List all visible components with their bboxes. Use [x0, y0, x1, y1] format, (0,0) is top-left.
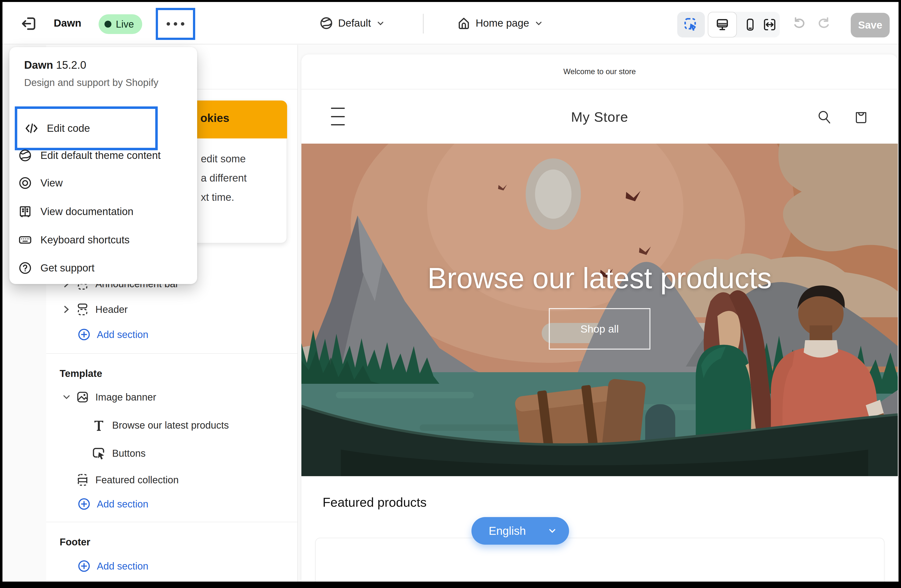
add-section-label: Add section — [97, 561, 148, 572]
theme-menu-title: Dawn 15.2.0 — [24, 59, 86, 71]
top-toolbar: Dawn Live Default Home page — [3, 2, 898, 44]
add-section-button-header[interactable]: Add section — [78, 325, 148, 344]
cookie-card-title: okies — [200, 111, 229, 124]
menu-item-label: Keyboard shortcuts — [41, 234, 129, 246]
sidebar-item-label: Header — [95, 304, 128, 315]
theme-actions-more-button[interactable] — [156, 8, 195, 40]
exit-icon — [21, 16, 37, 31]
sidebar-item-featured-collection[interactable]: Featured collection — [76, 470, 179, 490]
add-section-button-template[interactable]: Add section — [78, 494, 148, 514]
live-badge-label: Live — [116, 19, 134, 30]
page-selector-label: Home page — [475, 17, 529, 29]
section-icon — [76, 473, 89, 487]
menu-item-edit-default-theme-content[interactable]: Edit default theme content — [18, 145, 188, 166]
device-preview-segmented-control — [708, 12, 780, 37]
exit-editor-button[interactable] — [18, 13, 40, 34]
add-section-label: Add section — [97, 499, 148, 510]
view-selector-label: Default — [338, 17, 371, 29]
chevron-down-icon — [547, 526, 557, 536]
sidebar-item-header[interactable]: Header — [63, 299, 128, 320]
mobile-icon — [744, 18, 757, 31]
menu-item-label: View documentation — [41, 206, 133, 218]
sidebar-item-buttons[interactable]: Buttons — [92, 443, 146, 464]
sidebar-item-image-banner[interactable]: Image banner — [63, 387, 156, 408]
store-preview-panel: Welcome to our store My Store — [301, 54, 898, 582]
language-selector-button[interactable]: English — [471, 517, 569, 544]
store-title[interactable]: My Store — [301, 90, 898, 144]
hero-heading: Browse our latest products — [301, 261, 898, 295]
plus-circle-icon — [78, 498, 90, 510]
home-icon — [457, 16, 471, 30]
footer-group-heading: Footer — [60, 537, 90, 548]
fullscreen-preview-button[interactable] — [759, 12, 780, 37]
theme-version: 15.2.0 — [56, 59, 86, 71]
cookie-card-body: edit some a different xt time. — [201, 149, 247, 207]
plus-circle-icon — [78, 560, 90, 572]
sidebar-item-label: Buttons — [112, 448, 146, 459]
menu-item-label: View — [41, 177, 62, 189]
add-section-label: Add section — [97, 329, 148, 340]
code-icon — [25, 121, 39, 135]
globe-icon — [320, 16, 333, 30]
chevron-down-icon — [376, 19, 385, 28]
globe-icon — [18, 149, 32, 162]
theme-name: Dawn — [54, 2, 81, 44]
view-selector-dropdown[interactable]: Default — [320, 2, 385, 44]
screenshot-root: Dawn Live Default Home page — [0, 0, 901, 588]
eye-icon — [18, 176, 32, 190]
fullwidth-icon — [763, 18, 776, 31]
menu-item-keyboard-shortcuts[interactable]: Keyboard shortcuts — [18, 229, 188, 251]
image-icon — [76, 390, 89, 404]
redo-button[interactable] — [815, 16, 833, 31]
menu-item-label: Edit code — [47, 123, 90, 134]
desktop-icon — [715, 17, 730, 32]
page-selector-dropdown[interactable]: Home page — [457, 2, 543, 44]
sidebar-item-label: Browse our latest products — [112, 420, 229, 431]
undo-icon — [792, 16, 806, 31]
add-section-button-footer[interactable]: Add section — [78, 556, 148, 576]
book-icon — [18, 205, 32, 218]
menu-item-edit-code[interactable]: Edit code — [25, 109, 147, 148]
cart-icon[interactable] — [853, 109, 869, 124]
language-label: English — [489, 524, 526, 538]
text-icon — [92, 419, 106, 432]
menu-item-get-support[interactable]: Get support — [18, 257, 188, 279]
store-header: My Store — [301, 90, 898, 144]
theme-actions-menu: Dawn 15.2.0 Design and support by Shopif… — [9, 47, 197, 284]
toolbar-divider — [423, 14, 424, 34]
undo-button[interactable] — [790, 16, 808, 31]
menu-item-view-documentation[interactable]: View documentation — [18, 201, 188, 223]
sidebar-item-label: Featured collection — [95, 474, 179, 485]
menu-item-label: Get support — [41, 262, 94, 274]
plus-circle-icon — [78, 328, 90, 341]
menu-item-view[interactable]: View — [18, 172, 188, 194]
live-status-badge: Live — [98, 14, 142, 34]
sidebar-item-banner-text[interactable]: Browse our latest products — [92, 415, 229, 436]
product-card-placeholder — [315, 538, 884, 582]
desktop-preview-button[interactable] — [708, 12, 737, 37]
chevron-right-icon — [63, 304, 70, 315]
shop-all-button[interactable]: Shop all — [549, 308, 650, 350]
featured-products-heading: Featured products — [323, 495, 427, 510]
button-cursor-icon — [92, 446, 106, 460]
search-icon[interactable] — [817, 109, 832, 124]
hero-banner: Browse our latest products Shop all — [301, 144, 898, 476]
edit-code-highlight-box: Edit code — [15, 106, 158, 150]
chevron-down-icon — [63, 392, 70, 403]
announcement-bar[interactable]: Welcome to our store — [301, 54, 898, 89]
sidebar-item-label: Image banner — [95, 392, 156, 403]
keyboard-icon — [18, 233, 32, 247]
inspect-cursor-icon — [683, 17, 699, 32]
chevron-down-icon — [534, 19, 543, 28]
section-icon — [76, 302, 89, 316]
app-window: Dawn Live Default Home page — [3, 2, 898, 582]
more-dots-icon — [167, 22, 170, 26]
theme-menu-subtitle: Design and support by Shopify — [24, 77, 159, 88]
mobile-preview-button[interactable] — [738, 12, 762, 37]
inspect-tool-button[interactable] — [677, 12, 705, 37]
menu-item-label: Edit default theme content — [41, 149, 161, 161]
save-button[interactable]: Save — [851, 13, 890, 37]
template-group-heading: Template — [60, 368, 102, 379]
sidebar-group-divider — [46, 353, 298, 354]
live-dot-icon — [104, 21, 111, 28]
